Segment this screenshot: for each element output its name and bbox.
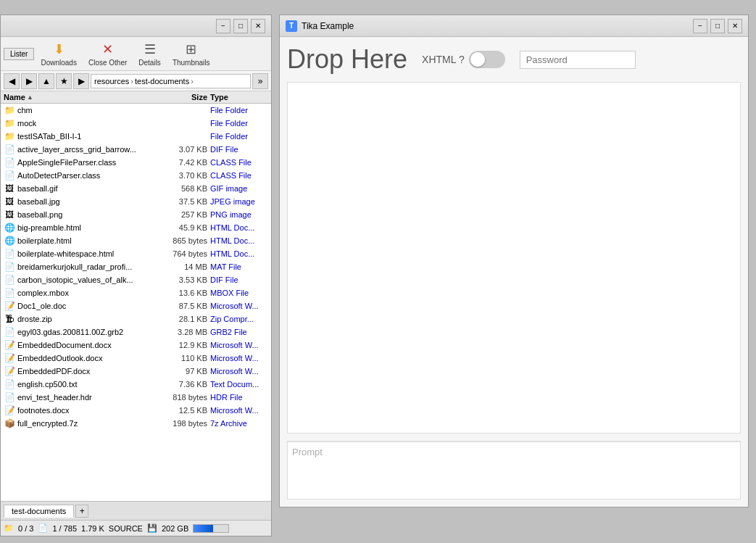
source-label: SOURCE [109,524,143,533]
file-name: Doc1_ole.doc [17,302,159,310]
list-item[interactable]: 📄boilerplate-whitespace.html764 bytesHTM… [1,247,271,260]
toolbar: Lister ⬇ Downloads ✕ Close Other ☰ Detai… [1,37,271,71]
tika-close-button[interactable]: ✕ [728,19,742,33]
file-type: 7z Archive [210,419,268,428]
file-type-icon: 📁 [4,117,15,129]
name-column-header[interactable]: Name ▲ [4,93,159,101]
downloads-label: Downloads [41,59,76,67]
tika-maximize-button[interactable]: □ [710,19,725,33]
tab-test-documents[interactable]: test-documents [4,505,74,518]
list-item[interactable]: 📄complex.mbox13.6 KBMBOX File [1,286,271,299]
xhtml-toggle[interactable] [469,51,505,68]
file-size: 7.42 KB [159,158,210,167]
file-type-icon: 🌐 [4,235,15,246]
list-item[interactable]: 📄carbon_isotopic_values_of_alk...3.53 KB… [1,273,271,286]
tika-prompt-area[interactable]: Prompt [287,442,741,500]
file-type: Microsoft W... [210,367,268,376]
file-manager-titlebar: − □ ✕ [1,15,271,37]
file-type-icon: 📄 [4,326,15,338]
list-item[interactable]: 🖼baseball.png257 KBPNG image [1,208,271,221]
drop-here-text: Drop Here [287,44,407,75]
list-item[interactable]: 📝Doc1_ole.doc87.5 KBMicrosoft W... [1,299,271,312]
file-type: Microsoft W... [210,341,268,349]
forward-button[interactable]: ▶ [21,73,37,89]
up-button[interactable]: ▲ [38,73,54,89]
list-item[interactable]: 📄egyl03.gdas.200811.00Z.grb23.28 MBGRB2 … [1,326,271,339]
list-item[interactable]: 📄AutoDetectParser.class3.70 KBCLASS File [1,169,271,182]
thumbnails-button[interactable]: ⊞ Thumbnails [167,38,215,69]
details-button[interactable]: ☰ Details [133,38,166,69]
password-input[interactable] [520,51,636,69]
list-item[interactable]: 🖼baseball.gif568 KBGIF image [1,182,271,195]
file-type: MAT File [210,262,268,271]
list-item[interactable]: 🌐big-preamble.html45.9 KBHTML Doc... [1,221,271,234]
list-item[interactable]: 📦full_encrypted.7z198 bytes7z Archive [1,417,271,430]
expand-button[interactable]: » [252,73,268,89]
downloads-button[interactable]: ⬇ Downloads [36,38,81,69]
disk-icon: 💾 [147,523,157,533]
sort-arrow-icon: ▲ [27,94,33,101]
details-icon: ☰ [141,41,159,58]
list-item[interactable]: 📄envi_test_header.hdr818 bytesHDR File [1,391,271,404]
file-size: 3.53 KB [159,275,210,284]
list-item[interactable]: 📄breidamerkurjokull_radar_profi...14 MBM… [1,260,271,273]
file-name: chm [17,106,159,115]
file-type-icon: 📄 [4,287,15,299]
file-type: GIF image [210,184,268,193]
file-size: 14 MB [159,262,210,271]
back-button[interactable]: ◀ [4,73,20,89]
list-item[interactable]: 📄english.cp500.txt7.36 KBText Docum... [1,378,271,391]
list-item[interactable]: 🗜droste.zip28.1 KBZip Compr... [1,312,271,326]
maximize-button[interactable]: □ [233,19,248,33]
file-name: english.cp500.txt [17,380,159,389]
tika-titlebar: T Tika Example − □ ✕ [280,15,748,37]
size-column-header[interactable]: Size [159,93,210,101]
lister-button[interactable]: Lister [4,48,34,60]
file-name: big-preamble.html [17,223,159,232]
file-type-icon: 📁 [4,130,15,142]
breadcrumb[interactable]: resources › test-documents › [91,74,251,88]
file-size: 7.36 KB [159,380,210,389]
close-button[interactable]: ✕ [251,19,265,33]
list-item[interactable]: 📝footnotes.docx12.5 KBMicrosoft W... [1,404,271,417]
folder-count: 0 / 3 [18,524,33,533]
file-name: breidamerkurjokull_radar_profi... [17,262,159,271]
file-type: Microsoft W... [210,354,268,362]
list-item[interactable]: 📝EmbeddedOutlook.docx110 KBMicrosoft W..… [1,352,271,365]
file-size: 28.1 KB [159,315,210,323]
list-item[interactable]: 📄active_layer_arcss_grid_barrow...3.07 K… [1,143,271,156]
xhtml-control: XHTML ? [422,51,505,68]
list-item[interactable]: 📁mockFile Folder [1,117,271,130]
file-size: 45.9 KB [159,223,210,232]
list-item[interactable]: 🌐boilerplate.html865 bytesHTML Doc... [1,234,271,247]
list-item[interactable]: 📝EmbeddedDocument.docx12.9 KBMicrosoft W… [1,339,271,352]
tika-minimize-button[interactable]: − [693,19,707,33]
minimize-button[interactable]: − [216,19,230,33]
add-tab-button[interactable]: + [75,505,88,518]
list-item[interactable]: 📄AppleSingleFileParser.class7.42 KBCLASS… [1,156,271,169]
file-name: AppleSingleFileParser.class [17,158,159,167]
file-type: PNG image [210,210,268,219]
file-size: 13.6 KB [159,289,210,297]
file-type: DIF File [210,275,268,284]
file-count: 1 / 785 [52,524,77,533]
list-item[interactable]: 📝EmbeddedPDF.docx97 KBMicrosoft W... [1,365,271,378]
file-size: 3.70 KB [159,171,210,180]
list-item[interactable]: 📁chmFile Folder [1,104,271,117]
list-item[interactable]: 🖼baseball.jpg37.5 KBJPEG image [1,195,271,208]
nav-arrow[interactable]: ▶ [73,73,89,89]
list-item[interactable]: 📁testISATab_BII-I-1File Folder [1,130,271,143]
thumbnails-label: Thumbnails [173,59,210,67]
type-column-header[interactable]: Type [210,93,268,101]
bookmark-button[interactable]: ★ [56,73,72,89]
file-list[interactable]: 📁chmFile Folder📁mockFile Folder📁testISAT… [1,104,271,501]
file-name: EmbeddedOutlook.docx [17,354,159,362]
file-type: HTML Doc... [210,236,268,245]
tika-app-icon: T [286,20,297,32]
file-type-icon: 📦 [4,418,15,429]
close-other-button[interactable]: ✕ Close Other [83,38,132,69]
address-bar: ◀ ▶ ▲ ★ ▶ resources › test-documents › » [1,71,271,91]
breadcrumb-part1: resources [94,77,129,86]
file-name: AutoDetectParser.class [17,171,159,180]
file-type: CLASS File [210,158,268,167]
